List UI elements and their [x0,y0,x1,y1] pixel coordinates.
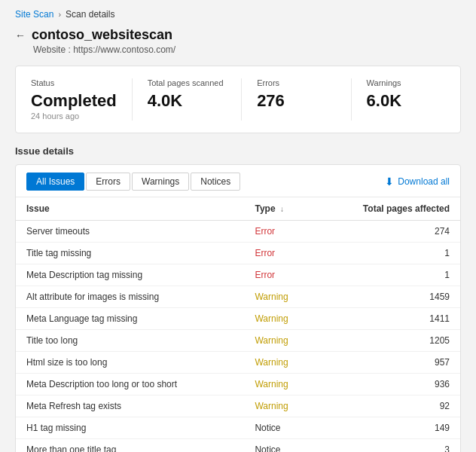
table-row: More than one title tag Notice 3 [16,439,460,452]
breadcrumb: Site Scan › Scan details [15,9,461,20]
stat-pages: Total pages scanned 4.0K [148,78,242,121]
tab-errors[interactable]: Errors [86,173,130,191]
cell-type: Error [244,243,316,264]
cell-issue: Title tag missing [16,243,244,264]
stats-card: Status Completed 24 hours ago Total page… [15,66,461,133]
download-icon: ⬇ [385,176,394,188]
sort-icon: ↓ [280,205,284,213]
col-type[interactable]: Type ↓ [244,197,316,221]
back-row: ← contoso_websitescan [15,27,461,43]
table-row: Meta Description too long or too short W… [16,374,460,396]
cell-type: Error [244,221,316,243]
cell-type: Warning [244,374,316,396]
cell-type: Warning [244,352,316,374]
table-row: Meta Language tag missing Warning 1411 [16,308,460,330]
download-all-button[interactable]: ⬇ Download all [385,176,450,188]
cell-issue: Server timeouts [16,221,244,243]
cell-pages: 1 [317,243,460,264]
cell-pages: 1 [317,264,460,286]
stat-status-value: Completed [31,92,117,110]
download-label: Download all [398,176,450,187]
cell-issue: Html size is too long [16,352,244,374]
stat-pages-value: 4.0K [148,92,226,110]
tab-notices[interactable]: Notices [191,173,240,191]
cell-pages: 92 [317,396,460,417]
stat-status: Status Completed 24 hours ago [31,78,133,121]
cell-issue: Alt attribute for images is missing [16,286,244,308]
cell-issue: More than one title tag [16,439,244,452]
cell-pages: 957 [317,352,460,374]
col-pages: Total pages affected [317,197,460,221]
table-header-row: Issue Type ↓ Total pages affected [16,197,460,221]
cell-pages: 1459 [317,286,460,308]
cell-pages: 936 [317,374,460,396]
section-label: Issue details [15,145,461,157]
breadcrumb-current: Scan details [66,9,114,20]
issues-header: All Issues Errors Warnings Notices ⬇ Dow… [16,165,460,197]
stat-warnings: Warnings 6.0K [367,78,445,121]
cell-type: Warning [244,286,316,308]
table-row: Alt attribute for images is missing Warn… [16,286,460,308]
page-title: contoso_websitescan [32,27,172,43]
cell-type: Notice [244,439,316,452]
issues-card: All Issues Errors Warnings Notices ⬇ Dow… [15,164,461,452]
stat-errors-value: 276 [257,92,335,110]
table-row: Title tag missing Error 1 [16,243,460,264]
cell-issue: H1 tag missing [16,417,244,439]
col-issue: Issue [16,197,244,221]
stat-warnings-label: Warnings [367,78,445,87]
stat-errors-label: Errors [257,78,335,87]
cell-issue: Meta Refresh tag exists [16,396,244,417]
stat-warnings-value: 6.0K [367,92,445,110]
issues-table: Issue Type ↓ Total pages affected Server… [16,197,460,452]
cell-pages: 1411 [317,308,460,330]
tab-all-issues[interactable]: All Issues [26,173,84,191]
tab-warnings[interactable]: Warnings [132,173,189,191]
cell-pages: 1205 [317,330,460,352]
stat-status-label: Status [31,78,117,87]
cell-type: Notice [244,417,316,439]
back-arrow[interactable]: ← [15,29,26,41]
subtitle: Website : https://www.contoso.com/ [33,44,461,55]
table-row: Title too long Warning 1205 [16,330,460,352]
cell-issue: Title too long [16,330,244,352]
cell-pages: 274 [317,221,460,243]
cell-issue: Meta Description tag missing [16,264,244,286]
breadcrumb-separator: › [58,10,61,19]
cell-type: Warning [244,396,316,417]
cell-type: Error [244,264,316,286]
stat-status-sub: 24 hours ago [31,111,117,121]
table-row: Server timeouts Error 274 [16,221,460,243]
stat-pages-label: Total pages scanned [148,78,226,87]
table-row: Meta Refresh tag exists Warning 92 [16,396,460,417]
issues-table-wrapper: Issue Type ↓ Total pages affected Server… [16,197,460,452]
cell-issue: Meta Language tag missing [16,308,244,330]
cell-issue: Meta Description too long or too short [16,374,244,396]
cell-pages: 3 [317,439,460,452]
table-row: Meta Description tag missing Error 1 [16,264,460,286]
cell-type: Warning [244,330,316,352]
cell-pages: 149 [317,417,460,439]
cell-type: Warning [244,308,316,330]
breadcrumb-parent[interactable]: Site Scan [15,9,53,20]
table-row: Html size is too long Warning 957 [16,352,460,374]
stat-errors: Errors 276 [257,78,351,121]
table-row: H1 tag missing Notice 149 [16,417,460,439]
tab-group: All Issues Errors Warnings Notices [26,173,240,191]
